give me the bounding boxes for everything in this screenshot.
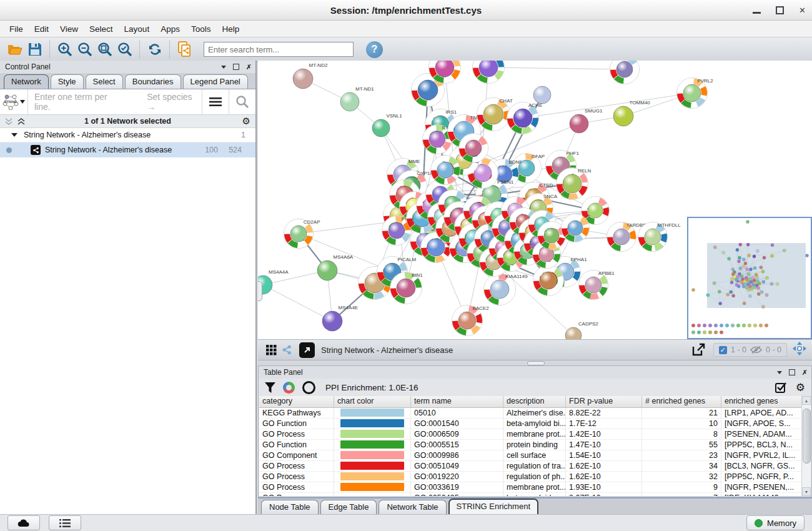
table-row[interactable]: GO ProcessGO:0051049regulation of tra...…: [259, 461, 811, 472]
network-collection-row[interactable]: String Network - Alzheimer's disease 1: [0, 128, 255, 142]
zoom-in-icon: [57, 41, 73, 57]
selected-checkbox-icon[interactable]: ✓: [719, 346, 727, 354]
tab-network-table[interactable]: Network Table: [379, 500, 446, 514]
collection-count: 1: [241, 131, 245, 139]
menu-item-layout[interactable]: Layout: [119, 22, 156, 36]
tree-expand-icon[interactable]: [11, 133, 17, 137]
cell-chartcolor: [334, 419, 411, 429]
column-header-category[interactable]: category: [259, 396, 334, 407]
tab-legend-panel[interactable]: Legend Panel: [183, 74, 248, 89]
cell-category: GO Process: [259, 493, 334, 496]
menu-item-apps[interactable]: Apps: [155, 22, 186, 36]
network-row-selected[interactable]: String Network - Alzheimer's disease 100…: [0, 142, 255, 157]
table-row[interactable]: GO ProcessGO:0050435beta-amyloid m...2.0…: [259, 493, 811, 496]
zoom-fit-button[interactable]: [95, 39, 115, 59]
menu-item-view[interactable]: View: [54, 22, 84, 36]
column-header-chartcolor[interactable]: chart color: [334, 396, 411, 407]
settings-gear-icon[interactable]: ⚙: [796, 382, 805, 393]
zoom-selected-button[interactable]: [115, 39, 135, 59]
close-icon[interactable]: ✕: [799, 6, 806, 14]
cell-FDRp-value: 1.47E-10: [566, 440, 642, 450]
table-scrollbar[interactable]: ▲ ▼: [801, 396, 811, 496]
table-row[interactable]: GO ProcessGO:0033619membrane prot...1.93…: [259, 482, 811, 493]
network-canvas[interactable]: MT-ND2MT-ND1VSNL1GAB2IRS1IL1BTNFCHATACHE…: [258, 61, 812, 339]
column-header-FDRp-value[interactable]: FDR p-value: [566, 396, 642, 407]
table-row[interactable]: GO FunctionGO:0001540beta-amyloid bi...1…: [259, 419, 811, 429]
column-header-termname[interactable]: term name: [411, 396, 503, 407]
tab-boundaries[interactable]: Boundaries: [125, 74, 181, 89]
gear-icon[interactable]: ⚙: [242, 116, 250, 127]
svg-text:PHF1: PHF1: [566, 151, 579, 156]
string-query-input[interactable]: Enter one term per line. Set species →: [27, 89, 202, 114]
menu-item-tools[interactable]: Tools: [186, 22, 217, 36]
panel-undock-icon[interactable]: [233, 64, 239, 70]
tab-node-table[interactable]: Node Table: [261, 500, 319, 514]
table-row[interactable]: GO ComponentGO:0009986cell surface1.54E-…: [259, 450, 811, 461]
open-external-button[interactable]: [299, 342, 315, 358]
string-options-button[interactable]: [202, 89, 229, 114]
refresh-button[interactable]: [145, 39, 165, 59]
menu-item-edit[interactable]: Edit: [29, 22, 54, 36]
cloud-button[interactable]: [7, 515, 40, 530]
zoom-in-button[interactable]: [55, 39, 75, 59]
panel-splitter-grip[interactable]: [258, 281, 262, 301]
minimize-icon[interactable]: [753, 12, 761, 14]
panel-undock-icon[interactable]: [789, 369, 795, 375]
table-row[interactable]: GO ProcessGO:0006509membrane prot...1.42…: [259, 429, 811, 440]
memory-button[interactable]: Memory: [746, 515, 805, 530]
set-species-label[interactable]: Set species →: [147, 92, 202, 112]
column-header-enrichedgenes[interactable]: # enriched genes: [642, 396, 721, 407]
panel-float-icon[interactable]: [221, 66, 226, 69]
splitter-grip[interactable]: [527, 361, 545, 365]
birds-eye-view[interactable]: [687, 217, 812, 339]
string-search-button[interactable]: [229, 89, 255, 114]
panel-float-icon[interactable]: [777, 371, 782, 374]
column-header-description[interactable]: description: [503, 396, 566, 407]
window-title: Session: /tmp/enrichmentTest.cys: [330, 5, 482, 16]
zoom-out-button[interactable]: [75, 39, 95, 59]
table-row[interactable]: GO ProcessGO:0019220regulation of ph...1…: [259, 472, 811, 482]
tab-edge-table[interactable]: Edge Table: [320, 500, 377, 514]
panel-close-icon[interactable]: ✗: [802, 369, 808, 376]
tab-string-enrichment[interactable]: STRING Enrichment: [448, 499, 538, 514]
tab-style[interactable]: Style: [51, 74, 84, 89]
remove-charts-icon[interactable]: [302, 381, 315, 394]
navigate-compass-button[interactable]: [792, 341, 807, 359]
menu-item-help[interactable]: Help: [216, 22, 245, 36]
string-protein-query-button[interactable]: STRING: [0, 94, 27, 110]
menu-item-select[interactable]: Select: [84, 22, 119, 36]
cell-category: GO Component: [259, 450, 334, 460]
filter-icon[interactable]: [265, 382, 275, 393]
table-row[interactable]: GO FunctionGO:0005515protein binding1.47…: [259, 440, 811, 450]
birdseye-toggle-button[interactable]: [279, 340, 294, 360]
column-header-enrichedgenes[interactable]: enriched genes: [721, 396, 803, 407]
expand-all-icon[interactable]: [17, 118, 25, 125]
export-network-button[interactable]: [688, 340, 708, 360]
table-panel: Table Panel ✗ PPI Enrichment: 1.0E-16 ⚙ …: [258, 365, 812, 497]
horizontal-splitter[interactable]: [258, 360, 812, 365]
scroll-thumb[interactable]: [803, 409, 811, 464]
search-input[interactable]: [204, 42, 354, 57]
select-terms-icon[interactable]: [775, 382, 787, 394]
table-row[interactable]: KEGG Pathways05010Alzheimer's dise...8.8…: [259, 408, 811, 419]
scroll-up-button[interactable]: ▲: [802, 396, 811, 405]
draw-charts-icon[interactable]: [283, 382, 295, 394]
collapse-all-icon[interactable]: [5, 118, 12, 125]
help-button[interactable]: ?: [366, 41, 383, 58]
tab-select[interactable]: Select: [86, 74, 123, 89]
save-session-button[interactable]: [25, 39, 45, 59]
table-panel-header: Table Panel ✗: [259, 366, 811, 379]
clone-network-button[interactable]: [175, 39, 195, 59]
panel-close-icon[interactable]: ✗: [246, 64, 252, 71]
tab-network[interactable]: Network: [4, 74, 49, 89]
scroll-down-button[interactable]: ▼: [802, 487, 811, 496]
open-session-button[interactable]: [5, 39, 25, 59]
task-history-button[interactable]: [49, 515, 81, 530]
maximize-icon[interactable]: [776, 6, 784, 14]
menu-item-file[interactable]: File: [4, 22, 29, 36]
svg-text:CD2AP: CD2AP: [304, 219, 320, 225]
copy-share-icon: [177, 41, 193, 58]
grid-mode-button[interactable]: [263, 340, 279, 360]
save-icon: [27, 42, 42, 57]
eye-off-icon[interactable]: [750, 345, 762, 354]
